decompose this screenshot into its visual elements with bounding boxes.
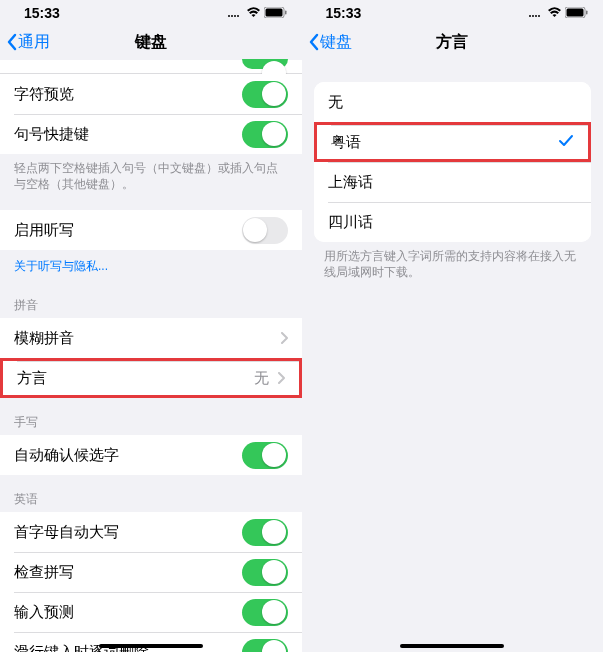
dictation-label: 启用听写: [14, 221, 242, 240]
chevron-right-icon: [277, 370, 285, 387]
nav-back-button[interactable]: 通用: [6, 32, 50, 53]
keyboard-settings-screen: 15:33 通用 键盘 字符预览: [0, 0, 302, 652]
battery-icon: [565, 5, 589, 21]
dialect-label: 方言: [17, 369, 254, 388]
dictation-toggle[interactable]: [242, 217, 288, 244]
svg-point-9: [535, 15, 537, 17]
period-footer: 轻点两下空格键插入句号（中文键盘）或插入句点与空格（其他键盘）。: [0, 154, 302, 202]
settings-content: 字符预览 句号快捷键 轻点两下空格键插入句号（中文键盘）或插入句点与空格（其他键…: [0, 60, 302, 652]
dialect-row[interactable]: 方言 无: [0, 358, 302, 398]
predictive-label: 输入预测: [14, 603, 242, 622]
status-bar: 15:33: [302, 0, 604, 24]
check-spelling-row[interactable]: 检查拼写: [0, 552, 302, 592]
dialect-footer: 用所选方言键入字词所需的支持内容将在接入无线局域网时下载。: [302, 242, 604, 290]
nav-back-button[interactable]: 键盘: [308, 32, 352, 53]
svg-point-8: [532, 15, 534, 17]
home-indicator[interactable]: [400, 644, 504, 648]
nav-bar: 通用 键盘: [0, 24, 302, 60]
predictive-row[interactable]: 输入预测: [0, 592, 302, 632]
svg-point-10: [538, 15, 540, 17]
auto-confirm-label: 自动确认候选字: [14, 446, 242, 465]
status-time: 15:33: [24, 5, 60, 21]
option-sichuanese-label: 四川话: [328, 213, 578, 232]
option-sichuanese[interactable]: 四川话: [314, 202, 592, 242]
chevron-left-icon: [6, 33, 18, 51]
wifi-icon: [246, 5, 261, 21]
top-group: 字符预览 句号快捷键: [0, 60, 302, 154]
nav-title: 方言: [436, 32, 468, 53]
svg-point-2: [234, 15, 236, 17]
svg-point-1: [231, 15, 233, 17]
cellular-icon: [227, 5, 243, 21]
char-preview-label: 字符预览: [14, 85, 242, 104]
auto-cap-row[interactable]: 首字母自动大写: [0, 512, 302, 552]
home-indicator[interactable]: [99, 644, 203, 648]
option-none[interactable]: 无: [314, 82, 592, 122]
fuzzy-pinyin-label: 模糊拼音: [14, 329, 280, 348]
battery-icon: [264, 5, 288, 21]
option-cantonese[interactable]: 粤语: [314, 122, 592, 162]
dialect-selection-screen: 15:33 键盘 方言 无 粤语: [302, 0, 604, 652]
period-shortcut-row[interactable]: 句号快捷键: [0, 114, 302, 154]
dictation-privacy-link[interactable]: 关于听写与隐私...: [0, 250, 302, 287]
dictation-group: 启用听写: [0, 210, 302, 250]
english-group: 首字母自动大写 检查拼写 输入预测 滑行键入时逐词删除: [0, 512, 302, 652]
char-preview-toggle[interactable]: [242, 81, 288, 108]
auto-cap-toggle[interactable]: [242, 519, 288, 546]
status-time: 15:33: [326, 5, 362, 21]
slide-delete-toggle[interactable]: [242, 639, 288, 652]
cellular-icon: [528, 5, 544, 21]
fuzzy-pinyin-row[interactable]: 模糊拼音: [0, 318, 302, 358]
nav-back-label: 键盘: [320, 32, 352, 53]
svg-point-3: [237, 15, 239, 17]
dialect-value: 无: [254, 369, 269, 388]
status-bar: 15:33: [0, 0, 302, 24]
nav-back-label: 通用: [18, 32, 50, 53]
check-spelling-toggle[interactable]: [242, 559, 288, 586]
period-shortcut-toggle[interactable]: [242, 121, 288, 148]
partial-toggle[interactable]: [242, 59, 288, 69]
period-shortcut-label: 句号快捷键: [14, 125, 242, 144]
option-cantonese-label: 粤语: [331, 133, 559, 152]
dictation-row[interactable]: 启用听写: [0, 210, 302, 250]
svg-point-7: [529, 15, 531, 17]
predictive-toggle[interactable]: [242, 599, 288, 626]
svg-rect-5: [265, 9, 282, 17]
wifi-icon: [547, 5, 562, 21]
svg-rect-6: [285, 11, 287, 15]
status-icons: [528, 5, 589, 21]
english-header: 英语: [0, 475, 302, 512]
dialect-content: 无 粤语 上海话 四川话 用所选方言键入字词所需的支持内容将在接入无线局域网时下…: [302, 60, 604, 290]
check-spelling-label: 检查拼写: [14, 563, 242, 582]
dialect-options-group: 无 粤语 上海话 四川话: [314, 82, 592, 242]
pinyin-group: 模糊拼音 方言 无: [0, 318, 302, 398]
slide-delete-row[interactable]: 滑行键入时逐词删除: [0, 632, 302, 652]
svg-point-0: [228, 15, 230, 17]
auto-confirm-row[interactable]: 自动确认候选字: [0, 435, 302, 475]
pinyin-header: 拼音: [0, 287, 302, 318]
chevron-right-icon: [280, 330, 288, 347]
nav-title: 键盘: [135, 32, 167, 53]
chevron-left-icon: [308, 33, 320, 51]
partial-row-top: [0, 60, 302, 74]
checkmark-icon: [558, 134, 574, 151]
option-shanghainese-label: 上海话: [328, 173, 578, 192]
auto-cap-label: 首字母自动大写: [14, 523, 242, 542]
handwriting-header: 手写: [0, 398, 302, 435]
auto-confirm-toggle[interactable]: [242, 442, 288, 469]
status-icons: [227, 5, 288, 21]
handwriting-group: 自动确认候选字: [0, 435, 302, 475]
svg-rect-12: [567, 9, 584, 17]
nav-bar: 键盘 方言: [302, 24, 604, 60]
char-preview-row[interactable]: 字符预览: [0, 74, 302, 114]
svg-rect-13: [586, 11, 588, 15]
option-none-label: 无: [328, 93, 578, 112]
option-shanghainese[interactable]: 上海话: [314, 162, 592, 202]
